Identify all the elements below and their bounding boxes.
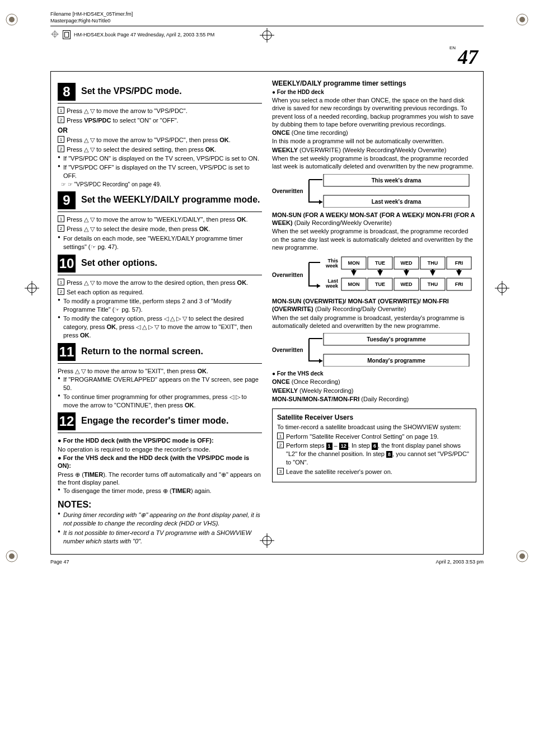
svg-text:TUE: TUE (375, 260, 385, 266)
sat-s1: 1Perform "Satellite Receiver Control Set… (277, 433, 471, 441)
svg-point-4 (6, 551, 17, 562)
svg-point-1 (9, 17, 15, 22)
boxnum-2: 2 (58, 116, 64, 123)
s9-sub2: 2Press △ ▽ to select the desire mode, th… (58, 225, 262, 233)
diag2-overwritten: Overwritten (272, 272, 303, 278)
s10-sub2-text: Set each option as required. (67, 288, 144, 297)
s10-bul2: To modify the category option, press ◁ △… (58, 314, 262, 340)
s12-bul1: To disengage the timer mode, press ⊕ (TI… (58, 487, 262, 495)
boxnum-1: 1 (58, 107, 64, 114)
book-text: HM-HDS4EX.book Page 47 Wednesday, April … (74, 32, 214, 37)
rcol-sub2: ● For the VHS deck (272, 370, 476, 377)
step-9-header: 9 Set the WEEKLY/DAILY programme mode. (58, 191, 262, 209)
svg-marker-27 (317, 284, 320, 288)
left-column: 8 Set the VPS/PDC mode. 1Press △ ▽ to mo… (58, 79, 262, 546)
s11-bul1: If "PROGRAMME OVERLAPPED" appears on the… (58, 375, 262, 392)
svg-point-7 (519, 553, 525, 559)
reg-top-left (3, 11, 20, 28)
svg-marker-59 (319, 359, 322, 363)
step-11-header: 11 Return to the normal screen. (58, 343, 262, 361)
sat-s3: 3Leave the satellite receiver's power on… (277, 468, 471, 476)
s8-sub1b: 1Press △ ▽ to move the arrow to "VPS/PDC… (58, 136, 262, 144)
step-12-rule (58, 433, 262, 433)
rcol-p1: When you select a mode other than ONCE, … (272, 96, 476, 128)
sat-s2-text: Perform steps 1 – 12. In step 6, the fro… (286, 442, 471, 467)
rcol-ow-p: When the set daily programme is broadcas… (272, 314, 476, 330)
reg-bot-right (514, 548, 531, 565)
step-8-header: 8 Set the VPS/PDC mode. (58, 83, 262, 101)
step-10-rule (58, 275, 262, 275)
page-en: EN (449, 45, 456, 50)
step-11-title: Return to the normal screen. (81, 343, 203, 356)
s10-sub1: 1Press △ ▽ to move the arrow to the desi… (58, 279, 262, 287)
sat-intro: To timer-record a satellite broadcast us… (277, 423, 471, 431)
rcol-vhs2: WEEKLY (Weekly Recording) (272, 387, 476, 395)
svg-point-6 (517, 551, 528, 562)
right-column: WEEKLY/DAILY programme timer settings ● … (272, 79, 476, 546)
reg-left-center (24, 280, 40, 297)
s9-sub1-text: Press △ ▽ to move the arrow to "WEEKLY/D… (67, 215, 248, 224)
step-12-title: Engage the recorder's timer mode. (81, 412, 228, 426)
rcol-vhs3: MON-SUN/MON-SAT/MON-FRI (Daily Recording… (272, 395, 476, 403)
svg-text:WED: WED (401, 281, 413, 287)
sat-heading: Satellite Receiver Users (277, 414, 471, 421)
s12-p2: Press ⊕ (TIMER). The recorder turns off … (58, 471, 262, 487)
rcol-sub1: ● For the HDD deck (272, 88, 476, 96)
oplus-icon (50, 30, 59, 40)
footer-left: Page 47 (50, 559, 69, 565)
diag3-bottom: Monday's programme (367, 358, 425, 364)
s8-or: OR (58, 126, 262, 134)
s8-ref: ☞ "VPS/PDC Recording" on page 49. (58, 181, 262, 189)
s11-bul2: To continue timer programming for other … (58, 393, 262, 410)
s8-sub1-text: Press △ ▽ to move the arrow to "VPS/PDC"… (67, 107, 188, 115)
svg-text:MON: MON (348, 260, 360, 266)
footer-right: April 2, 2003 3:53 pm (435, 559, 484, 565)
masterpage-line: Masterpage:Right-NoTitle0 (50, 18, 110, 24)
svg-point-2 (517, 14, 528, 25)
svg-marker-23 (319, 200, 322, 204)
reg-top-right (514, 11, 531, 28)
diag3-top: Tuesday's programme (367, 336, 426, 342)
s12-h2: ● For the VHS deck and the HDD deck (wit… (58, 454, 262, 470)
reg-bot-left (3, 548, 20, 565)
diag1-overwritten: Overwritten (272, 188, 303, 194)
rcol-once: ONCE (One time recording) (272, 129, 476, 137)
filename-line: Filename [HM-HDS4EX_05Timer.fm] (50, 11, 484, 17)
s8-bul1: If "VPS/PDC ON" is displayed on the TV s… (58, 154, 262, 163)
diag2-lastweek-2: week (325, 283, 339, 289)
s8-sub2b-text: Press △ ▽ to select the desired setting,… (67, 145, 216, 154)
rcol-msmf-p: When the set weekly programme is broadca… (272, 227, 476, 251)
svg-text:MON: MON (348, 281, 360, 287)
step-11-rule (58, 363, 262, 364)
notes-heading: NOTES: (58, 500, 262, 510)
footer: Page 47 April 2, 2003 3:53 pm (50, 559, 484, 565)
s8-sub2: 2Press VPS/PDC to select "ON" or "OFF". (58, 116, 262, 125)
rcol-ow: MON-SUN (OVERWRITE)/ MON-SAT (OVERWRITE)… (272, 297, 476, 313)
book-icon (63, 30, 71, 39)
svg-point-5 (9, 553, 15, 559)
svg-point-17 (498, 284, 507, 293)
s10-sub1-text: Press △ ▽ to move the arrow to the desir… (67, 279, 248, 287)
step-9-title: Set the WEEKLY/DAILY programme mode. (81, 191, 260, 205)
rcol-heading: WEEKLY/DAILY programme timer settings (272, 79, 476, 87)
s9-sub2-text: Press △ ▽ to select the desire mode, the… (67, 225, 210, 233)
page-num: 47 (458, 46, 478, 68)
diag3-overwritten: Overwritten (272, 347, 303, 353)
s12-p1: No operation is required to engage the r… (58, 445, 262, 453)
diagram-weekly: Overwritten This week's drama Last week'… (272, 174, 476, 208)
step-10-badge: 10 (58, 255, 76, 273)
svg-text:THU: THU (428, 281, 438, 287)
page-number: EN 47 (22, 45, 478, 69)
book-line: HM-HDS4EX.book Page 47 Wednesday, April … (50, 30, 484, 40)
step-8-rule (58, 103, 262, 104)
note-2: It is not possible to timer-record a TV … (58, 529, 262, 546)
header-rule (50, 26, 484, 26)
step-12-header: 12 Engage the recorder's timer mode. (58, 412, 262, 430)
svg-point-3 (519, 17, 525, 22)
svg-text:FRI: FRI (455, 260, 463, 266)
step-9-rule (58, 212, 262, 212)
step-10-header: 10 Set other options. (58, 255, 262, 273)
rcol-vhs1: ONCE (Once Recording) (272, 378, 476, 386)
sat-s2: 2Perform steps 1 – 12. In step 6, the fr… (277, 442, 471, 467)
sat-s3-text: Leave the satellite receiver's power on. (286, 468, 392, 476)
